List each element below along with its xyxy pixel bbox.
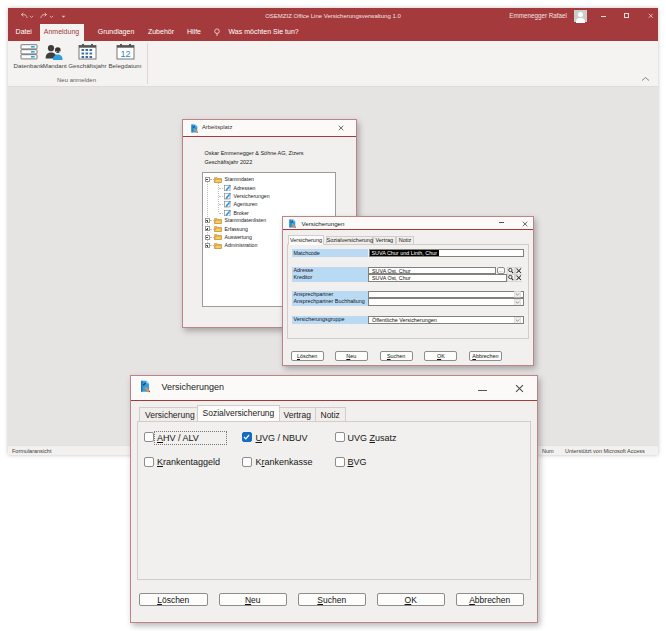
svg-text:12: 12	[120, 48, 130, 58]
